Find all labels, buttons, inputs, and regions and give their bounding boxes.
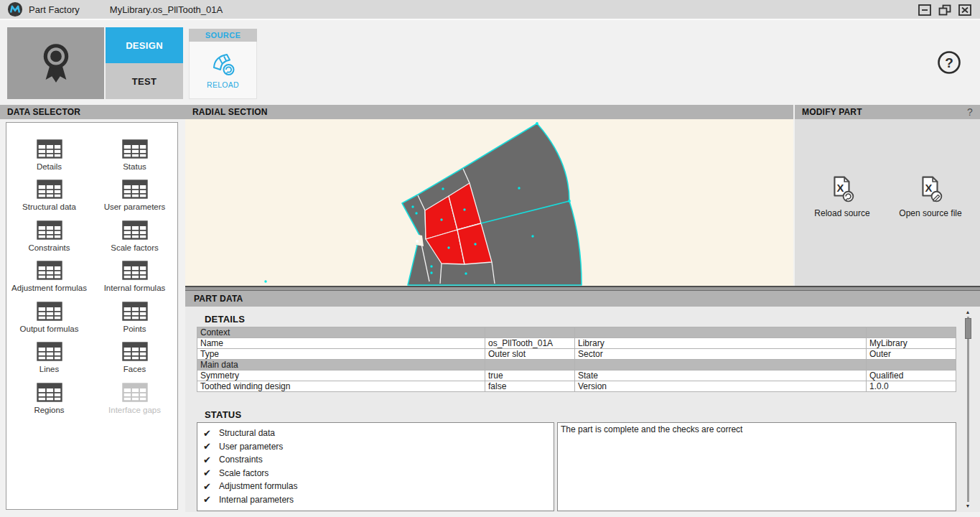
- source-group-label: SOURCE: [189, 29, 257, 42]
- status-check-item: ✔Internal parameters: [203, 493, 554, 507]
- radial-section-header: RADIAL SECTION: [185, 105, 793, 119]
- open-source-file-icon: X: [918, 175, 943, 202]
- modify-part-help-icon[interactable]: ?: [967, 106, 973, 118]
- table-row: Symmetry true State Qualified: [197, 371, 956, 381]
- status-check-item: ✔User parameters: [203, 440, 554, 454]
- window-controls: [918, 4, 971, 16]
- part-data-scrollbar: ▲ ▼: [962, 309, 974, 510]
- svg-text:X: X: [836, 182, 844, 194]
- status-check-item: ✔Adjustment formulas: [203, 480, 554, 493]
- open-source-file-button[interactable]: X Open source file: [887, 175, 974, 218]
- ribbon: DESIGN TEST SOURCE RELOAD ?: [0, 22, 980, 105]
- table-icon: [37, 139, 62, 159]
- svg-text:X: X: [925, 182, 932, 194]
- table-icon: [122, 302, 148, 321]
- check-icon: ✔: [203, 428, 213, 439]
- app-logo-icon: [7, 1, 23, 17]
- reload-part-icon: [210, 51, 236, 77]
- source-group: SOURCE RELOAD: [189, 29, 257, 99]
- status-check-item: ✔Scale factors: [203, 467, 554, 480]
- selector-item-interface-gaps: Interface gaps: [92, 375, 177, 416]
- selector-item-regions[interactable]: Regions: [6, 375, 92, 416]
- selector-item-structural-data[interactable]: Structural data: [6, 172, 92, 213]
- close-button[interactable]: [958, 4, 971, 16]
- tab-design[interactable]: DESIGN: [106, 27, 183, 63]
- selector-item-scale-factors[interactable]: Scale factors: [92, 213, 177, 253]
- details-table: Context Name os_PllTooth_01A Library MyL…: [197, 327, 956, 392]
- radial-section-viewport[interactable]: [185, 119, 793, 286]
- selector-item-user-parameters[interactable]: User parameters: [92, 172, 177, 213]
- selector-item-status[interactable]: Status: [92, 131, 177, 172]
- table-icon: [37, 220, 62, 240]
- scrollbar-thumb[interactable]: [965, 318, 971, 339]
- svg-text:?: ?: [945, 55, 953, 70]
- tab-test[interactable]: TEST: [106, 63, 183, 99]
- table-icon: [37, 261, 62, 280]
- selector-item-adjustment-formulas[interactable]: Adjustment formulas: [6, 253, 92, 294]
- status-check-item: ✔Constraints: [203, 453, 554, 467]
- scroll-up-arrow[interactable]: ▲: [962, 309, 974, 316]
- selector-item-output-formulas[interactable]: Output formulas: [6, 294, 92, 335]
- notch-point: [416, 240, 419, 243]
- reload-source-icon: X: [829, 175, 855, 202]
- selector-item-internal-formulas[interactable]: Internal formulas: [92, 253, 177, 294]
- reload-source-label: Reload source: [814, 208, 869, 218]
- table-icon: [37, 302, 62, 321]
- table-icon: [37, 180, 62, 199]
- modify-part-title: MODIFY PART: [802, 107, 862, 117]
- status-heading: STATUS: [205, 409, 241, 420]
- window-bottom-edge: [0, 512, 980, 517]
- app-window: Part Factory MyLibrary.os_PllTooth_01A: [0, 0, 980, 517]
- scroll-down-arrow[interactable]: ▼: [962, 503, 974, 510]
- check-icon: ✔: [203, 441, 213, 452]
- table-row: Type Outer slot Sector Outer: [197, 349, 956, 360]
- modify-part-panel: X Reload source X Open source file: [795, 119, 980, 286]
- restore-button[interactable]: [938, 4, 951, 16]
- table-icon: [122, 342, 148, 361]
- table-icon: [37, 383, 62, 402]
- qualified-badge: [7, 27, 104, 99]
- selector-item-details[interactable]: Details: [6, 131, 92, 172]
- minimize-button[interactable]: [918, 4, 931, 16]
- radial-section-canvas: [185, 119, 793, 286]
- app-title: Part Factory: [29, 4, 80, 15]
- help-icon[interactable]: ?: [937, 50, 961, 75]
- part-data-panel: DETAILS Context Name os_PllTooth_01A Lib…: [185, 307, 980, 512]
- table-group-row: Main data: [197, 360, 956, 371]
- check-icon: ✔: [203, 481, 213, 492]
- table-icon: [122, 383, 148, 402]
- medal-icon: [39, 42, 73, 84]
- reload-button[interactable]: RELOAD: [189, 42, 257, 99]
- table-row: Toothed winding design false Version 1.0…: [197, 381, 956, 392]
- table-row: Name os_PllTooth_01A Library MyLibrary: [197, 338, 956, 349]
- titlebar: Part Factory MyLibrary.os_PllTooth_01A: [0, 0, 980, 20]
- details-heading: DETAILS: [205, 314, 245, 325]
- selector-item-points[interactable]: Points: [92, 294, 177, 335]
- selector-item-constraints[interactable]: Constraints: [6, 213, 92, 253]
- check-icon: ✔: [203, 467, 213, 478]
- modify-part-header: MODIFY PART ?: [795, 105, 980, 119]
- data-selector-header: DATA SELECTOR: [0, 105, 185, 119]
- table-icon: [122, 139, 148, 159]
- table-icon: [37, 342, 62, 361]
- data-selector-grid: Details Status Structural data User para…: [6, 123, 177, 416]
- status-check-list: ✔Structural data ✔User parameters ✔Const…: [197, 422, 554, 511]
- selector-item-faces[interactable]: Faces: [92, 335, 177, 376]
- data-selector-panel: Details Status Structural data User para…: [6, 122, 178, 510]
- table-icon: [122, 220, 148, 240]
- status-check-item: ✔Structural data: [203, 427, 554, 440]
- document-title: MyLibrary.os_PllTooth_01A: [110, 4, 223, 15]
- check-icon: ✔: [203, 494, 213, 505]
- table-group-row: Context: [197, 327, 956, 338]
- part-data-header: PART DATA: [185, 291, 980, 307]
- table-icon: [122, 180, 148, 199]
- horizontal-splitter[interactable]: [185, 286, 980, 291]
- open-source-file-label: Open source file: [899, 208, 961, 218]
- selector-item-lines[interactable]: Lines: [6, 335, 92, 376]
- check-icon: ✔: [203, 455, 213, 465]
- scrollbar-track[interactable]: [967, 317, 969, 502]
- reload-source-button[interactable]: X Reload source: [802, 175, 882, 218]
- table-icon: [122, 261, 148, 280]
- status-message-box: The part is complete and the checks are …: [557, 422, 956, 511]
- reload-button-label: RELOAD: [207, 80, 239, 89]
